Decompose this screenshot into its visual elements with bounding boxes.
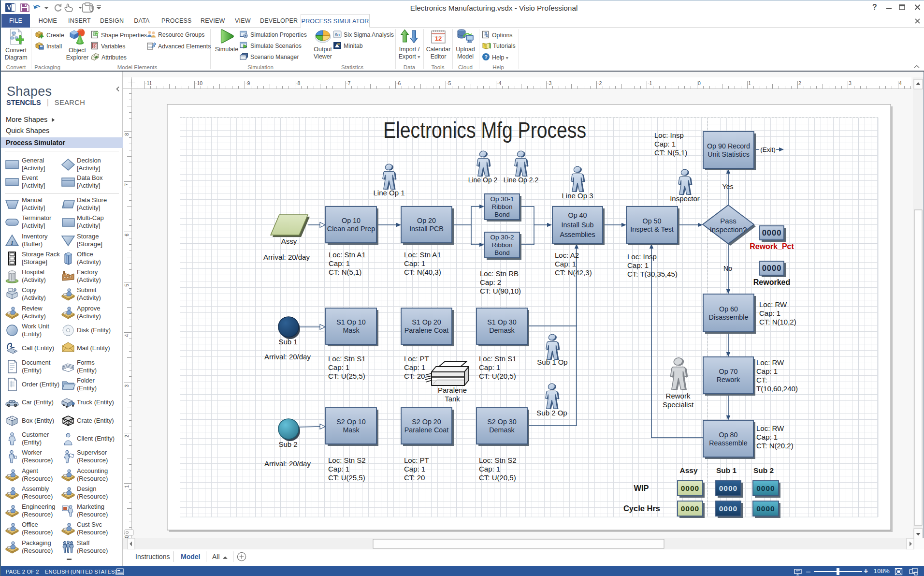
- svg-text:-1: -1: [648, 80, 652, 86]
- svg-text:Arrival: 20/day: Arrival: 20/day: [264, 459, 311, 468]
- svg-text:0000: 0000: [756, 504, 775, 513]
- svg-text:Arrival: 20/day: Arrival: 20/day: [263, 253, 310, 261]
- svg-text:Cap: 1: Cap: 1: [555, 260, 576, 268]
- svg-text:Loc: RW: Loc: RW: [756, 358, 784, 367]
- svg-text:CT: N(5,1): CT: N(5,1): [329, 268, 361, 276]
- svg-text:Op 90 Record: Op 90 Record: [707, 142, 750, 150]
- svg-text:Loc: PT: Loc: PT: [404, 354, 429, 363]
- svg-text:-5: -5: [447, 80, 451, 86]
- svg-text:Cap: 1: Cap: 1: [654, 140, 676, 148]
- svg-text:Demask: Demask: [489, 326, 515, 334]
- svg-text:Cap: 1: Cap: 1: [328, 465, 349, 473]
- svg-text:Inspect & Test: Inspect & Test: [630, 225, 674, 233]
- svg-text:Cap: 1: Cap: 1: [328, 363, 349, 371]
- svg-text:6σ: 6σ: [335, 32, 340, 37]
- svg-text:Demask: Demask: [489, 426, 515, 434]
- svg-text:Op 50: Op 50: [643, 217, 662, 225]
- svg-text:Cap: 1: Cap: 1: [404, 465, 425, 473]
- svg-text:S1 Op 10: S1 Op 10: [336, 318, 365, 326]
- svg-text:Cycle Hrs: Cycle Hrs: [623, 504, 660, 513]
- svg-text:Install PCB: Install PCB: [409, 225, 444, 233]
- svg-text:12: 12: [435, 35, 442, 42]
- svg-text:Loc: Stn A1: Loc: Stn A1: [404, 251, 441, 259]
- svg-text:CT: N(5,1): CT: N(5,1): [654, 148, 687, 157]
- svg-text:CT: N(20,2): CT: N(20,2): [756, 442, 794, 450]
- svg-text:Op 60: Op 60: [719, 305, 738, 313]
- svg-text:0000: 0000: [719, 504, 737, 513]
- svg-text:3: 3: [849, 80, 852, 86]
- svg-text:0000: 0000: [719, 484, 737, 492]
- svg-text:Inspector: Inspector: [670, 194, 700, 203]
- svg-text:Install Sub: Install Sub: [562, 221, 594, 229]
- svg-text:Loc: Stn S2: Loc: Stn S2: [479, 456, 517, 464]
- svg-text:Reworked: Reworked: [753, 278, 790, 286]
- svg-text:CT: U(20,5): CT: U(20,5): [479, 473, 516, 482]
- svg-text:Cap: 1: Cap: 1: [627, 261, 649, 269]
- svg-text:CT: T(30,35,45): CT: T(30,35,45): [627, 270, 678, 278]
- svg-text:Op 30-1: Op 30-1: [491, 195, 514, 203]
- svg-text:Sub 2 Op: Sub 2 Op: [536, 409, 567, 417]
- svg-text:Op 30-2: Op 30-2: [491, 234, 514, 241]
- svg-text:Disassemble: Disassemble: [709, 313, 749, 321]
- svg-text:Op 80: Op 80: [719, 431, 738, 439]
- svg-text:Op 40: Op 40: [568, 211, 587, 219]
- svg-text:Tank: Tank: [445, 395, 460, 403]
- svg-text:Cap: 1: Cap: 1: [759, 309, 780, 317]
- svg-text:-9: -9: [245, 80, 250, 86]
- svg-text:Assy: Assy: [679, 466, 697, 474]
- svg-text:WIP: WIP: [634, 484, 649, 492]
- svg-text:Cap: 2: Cap: 2: [480, 278, 501, 286]
- svg-text:Loc: Insp: Loc: Insp: [654, 131, 684, 139]
- svg-text:(Exit): (Exit): [760, 146, 776, 153]
- svg-text:0000: 0000: [681, 484, 699, 492]
- svg-text:S2 Op 30: S2 Op 30: [487, 418, 516, 426]
- svg-text:-2: -2: [597, 80, 602, 86]
- svg-text:Clean and Prep: Clean and Prep: [327, 225, 375, 233]
- svg-text:S1 Op 30: S1 Op 30: [487, 318, 516, 326]
- svg-text:Loc: RW: Loc: RW: [759, 300, 787, 309]
- svg-text:Loc: RW: Loc: RW: [756, 424, 784, 432]
- svg-text:0000: 0000: [756, 484, 775, 492]
- svg-text:Op 10: Op 10: [342, 217, 361, 224]
- svg-text:8: 8: [124, 133, 130, 136]
- svg-text:Reassemble: Reassemble: [709, 439, 748, 447]
- svg-text:S1 Op 20: S1 Op 20: [412, 318, 441, 326]
- svg-text:-3: -3: [547, 80, 551, 86]
- svg-text:Cap: 1: Cap: 1: [404, 363, 425, 371]
- svg-text:?: ?: [484, 54, 488, 60]
- svg-text:S2 Op 20: S2 Op 20: [412, 418, 441, 426]
- svg-text:0: 0: [698, 80, 701, 86]
- svg-text:CT: U(25,5): CT: U(25,5): [328, 473, 365, 482]
- svg-text:No: No: [723, 265, 732, 272]
- svg-text:Paralene: Paralene: [438, 386, 467, 394]
- svg-text:Sub 2: Sub 2: [278, 440, 297, 448]
- svg-text:CT: N(42,3): CT: N(42,3): [555, 268, 592, 277]
- svg-text:CT: 20: CT: 20: [404, 372, 425, 380]
- svg-text:Sub 1: Sub 1: [278, 338, 297, 346]
- svg-text:Mask: Mask: [343, 326, 360, 334]
- svg-text:Inspection?: Inspection?: [710, 225, 747, 234]
- svg-text:CT: U(90,10): CT: U(90,10): [480, 287, 521, 295]
- svg-text:CT: U(20,5): CT: U(20,5): [479, 372, 516, 380]
- svg-text:-6: -6: [396, 80, 401, 86]
- svg-text:Rework: Rework: [666, 392, 691, 400]
- svg-text:CT: N(10,2): CT: N(10,2): [759, 318, 796, 326]
- svg-text:Unit Statistics: Unit Statistics: [707, 150, 750, 158]
- svg-text:Ribbon: Ribbon: [492, 241, 513, 249]
- svg-text:Cap: 1: Cap: 1: [479, 363, 500, 371]
- svg-text:Arrival: 20/day: Arrival: 20/day: [264, 353, 311, 361]
- svg-text:Specialist: Specialist: [663, 400, 694, 409]
- svg-text:Loc: Stn S1: Loc: Stn S1: [328, 354, 366, 363]
- svg-text:Sub 1: Sub 1: [716, 466, 737, 474]
- svg-text:Pass: Pass: [720, 217, 736, 225]
- svg-text:Cap: 1: Cap: 1: [404, 259, 425, 267]
- svg-text:Paralene Coat: Paralene Coat: [404, 326, 448, 334]
- svg-text:-7: -7: [346, 80, 350, 86]
- svg-text:Op 20: Op 20: [417, 217, 436, 224]
- svg-text:Line Op 3: Line Op 3: [562, 192, 593, 200]
- svg-text:Bond: Bond: [494, 249, 510, 256]
- svg-text:1: 1: [124, 485, 130, 488]
- svg-text:Paralene Coat: Paralene Coat: [404, 426, 448, 434]
- svg-text:Bond: Bond: [494, 211, 510, 218]
- svg-text:Electronics Mfg Process: Electronics Mfg Process: [383, 118, 586, 143]
